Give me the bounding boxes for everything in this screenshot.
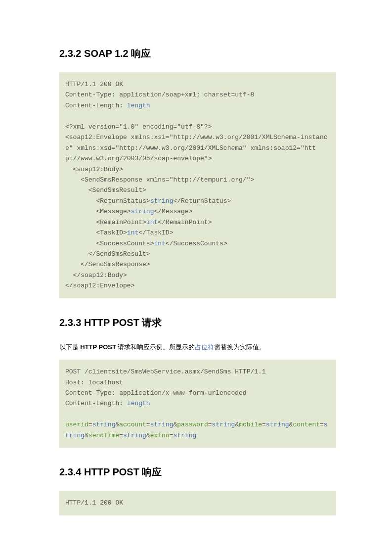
heading-http-post-request: 2.3.3 HTTP POST 请求 — [59, 316, 336, 329]
heading-soap12-response: 2.3.2 SOAP 1.2 响应 — [59, 47, 336, 60]
heading-http-post-response: 2.3.4 HTTP POST 响应 — [59, 465, 336, 479]
code-block-soap12-response: HTTP/1.1 200 OK Content-Type: applicatio… — [59, 72, 336, 298]
code-block-http-post-response: HTTP/1.1 200 OK — [59, 491, 336, 515]
page-content: 2.3.2 SOAP 1.2 响应 HTTP/1.1 200 OK Conten… — [0, 0, 392, 555]
description-http-post: 以下是 HTTP POST 请求和响应示例。所显示的占位符需替换为实际值。 — [59, 341, 336, 353]
code-block-http-post-request: POST /clientsite/SmsWebService.asmx/Send… — [59, 360, 336, 448]
